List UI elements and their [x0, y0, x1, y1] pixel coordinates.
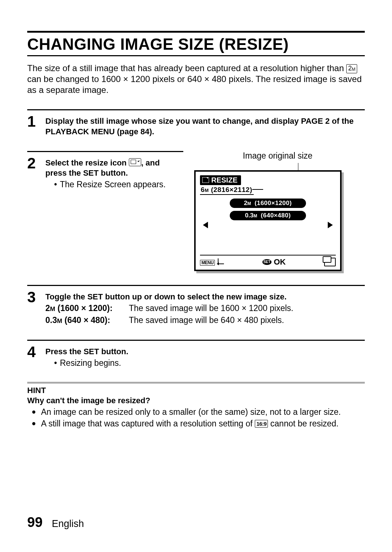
hint-item-1: An image can be resized only to a smalle…: [41, 407, 341, 418]
step-1: 1 Display the still image whose size you…: [27, 110, 365, 137]
hint-bullet-icon: ●: [32, 418, 41, 429]
ok-label: OK: [274, 257, 286, 267]
resize-tab: RESIZE: [200, 175, 241, 185]
bullet-dot: •: [54, 358, 60, 369]
step-2-number: 2: [27, 156, 45, 190]
return-arrow-icon: [218, 258, 224, 264]
original-size-row: 6M (2816×2112): [200, 186, 254, 195]
def-desc-2m: The saved image will be 1600 × 1200 pixe…: [129, 303, 293, 314]
hint-bullet-icon: ●: [32, 407, 41, 418]
step-3: 3 Toggle the SET button up or down to se…: [27, 286, 365, 326]
camera-screen: RESIZE 6M (2816×2112) 2M(1600×1200): [194, 170, 342, 271]
intro-text-1: The size of a still image that has alrea…: [27, 63, 346, 73]
step-2-heading: Select the resize icon , and press the S…: [45, 158, 183, 179]
resize-icon: [129, 158, 141, 166]
menu-return: MENU: [200, 258, 224, 266]
menu-label: MENU: [200, 260, 215, 266]
resize-tab-icon: [202, 177, 209, 183]
resize-screen-figure: Image original size RESIZE 6M (2816×2112…: [194, 151, 347, 271]
language-label: English: [52, 518, 84, 529]
step-4-sub: Resizing begins.: [60, 358, 121, 369]
hint-title: HINT: [27, 386, 365, 395]
ratio-16-9-icon: 16:9: [255, 420, 268, 428]
intro-text-2: can be changed to 1600 × 1200 pixels or …: [27, 74, 362, 95]
def-term-2m: 2M (1600 × 1200):: [45, 303, 129, 314]
frame-indicator-icon: [324, 258, 336, 266]
step-3-number: 3: [27, 290, 45, 326]
def-desc-03m: The saved image will be 640 × 480 pixels…: [129, 315, 284, 326]
option-2m-pill: 2M(1600×1200): [230, 199, 306, 208]
page-title: CHANGING IMAGE SIZE (RESIZE): [27, 31, 365, 56]
page-footer: 99 English: [27, 515, 84, 530]
screen-bottom-bar: MENU SET OK: [200, 255, 336, 267]
step-4-heading: Press the SET button.: [45, 347, 365, 357]
step-3-heading: Toggle the SET button up or down to sele…: [45, 292, 365, 302]
step-2: 2 Select the resize icon , and press the…: [27, 151, 183, 190]
bullet-dot: •: [54, 179, 60, 190]
leader-line: [252, 189, 263, 190]
step-2-sub: The Resize Screen appears.: [60, 179, 166, 190]
resolution-2m-icon: 2M: [346, 64, 357, 73]
step-1-number: 1: [27, 114, 45, 137]
left-arrow-icon: [203, 222, 208, 228]
hint-question: Why can't the image be resized?: [27, 396, 365, 405]
set-ok: SET OK: [262, 257, 286, 267]
right-arrow-icon: [328, 222, 333, 228]
hint-item-2: A still image that was captured with a r…: [41, 418, 339, 429]
def-term-03m: 0.3M (640 × 480):: [45, 315, 129, 326]
page-number: 99: [27, 515, 42, 530]
set-badge-icon: SET: [262, 259, 271, 265]
option-03m-pill: 0.3M(640×480): [230, 211, 306, 220]
step-4: 4 Press the SET button. • Resizing begin…: [27, 341, 365, 368]
figure-caption: Image original size: [209, 151, 347, 161]
intro-paragraph: The size of a still image that has alrea…: [27, 63, 365, 95]
step-4-number: 4: [27, 344, 45, 368]
step-1-heading: Display the still image whose size you w…: [45, 116, 365, 137]
hint-block: HINT Why can't the image be resized? ● A…: [27, 382, 365, 429]
